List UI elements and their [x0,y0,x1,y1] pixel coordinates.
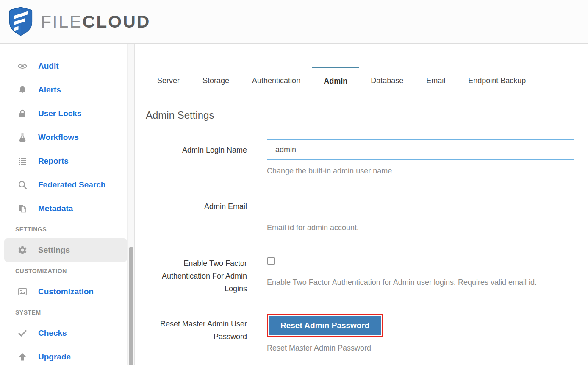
sidebar-item-alerts[interactable]: Alerts [4,78,127,102]
reset-password-label: Reset Master Admin User Password [146,314,247,343]
sidebar-scrollbar-thumb[interactable] [129,247,133,365]
admin-email-input[interactable] [267,196,574,216]
tab-email[interactable]: Email [415,67,457,94]
sidebar-item-label: Workflows [38,133,79,142]
wordmark-cloud: CLOUD [83,12,151,31]
admin-login-name-input[interactable] [267,139,574,160]
main-content: Server Storage Authentication Admin Data… [135,44,588,365]
sidebar-item-label: Audit [38,61,59,71]
form-row-admin-login-name: Admin Login Name Change the built-in adm… [146,139,588,177]
admin-login-name-label: Admin Login Name [146,139,247,156]
reset-admin-password-button[interactable]: Reset Admin Password [269,316,381,335]
sidebar-item-settings[interactable]: Settings [4,238,127,262]
admin-login-name-help: Change the built-in admin user name [267,165,574,177]
tab-storage[interactable]: Storage [191,67,241,94]
sidebar-section-customization: CUSTOMIZATION [0,262,127,280]
tab-server[interactable]: Server [146,67,191,94]
flask-icon [17,132,28,143]
sidebar-item-customization[interactable]: Customization [4,280,127,304]
settings-tab-bar: Server Storage Authentication Admin Data… [146,67,588,94]
sidebar-item-audit[interactable]: Audit [4,54,127,78]
filecloud-logo: FILECLOUD [8,6,150,38]
sidebar-section-settings: SETTINGS [0,220,127,238]
tab-admin[interactable]: Admin [312,67,359,96]
sidebar-item-label: Upgrade [38,352,71,362]
two-factor-label: Enable Two Factor Authentication For Adm… [146,257,247,295]
sidebar-item-label: Checks [38,329,67,338]
reset-password-help: Reset Master Admin Password [267,342,574,354]
list-icon [17,156,28,167]
check-icon [17,328,28,339]
admin-email-help: Email id for admin account. [267,222,574,234]
admin-email-label: Admin Email [146,196,247,213]
gear-icon [17,245,28,256]
annotation-highlight-box: Reset Admin Password [267,314,383,337]
sidebar-item-federated-search[interactable]: Federated Search [4,173,127,197]
sidebar-item-label: User Locks [38,109,81,118]
image-icon [17,286,28,297]
app-header: FILECLOUD [0,0,588,44]
sidebar-item-metadata[interactable]: Metadata [4,197,127,220]
filecloud-wordmark: FILECLOUD [41,13,150,31]
wordmark-file: FILE [41,12,83,31]
tab-authentication[interactable]: Authentication [241,67,312,94]
sidebar-item-label: Customization [38,287,94,296]
form-row-reset-password: Reset Master Admin User Password Reset A… [146,314,588,354]
lock-icon [17,108,28,119]
two-factor-help: Enable Two Factor Authentication for Adm… [267,276,574,288]
arrow-up-icon [17,351,28,362]
sidebar-item-label: Reports [38,156,69,166]
eye-icon [17,61,28,72]
filecloud-shield-icon [8,6,34,38]
bell-icon [17,84,28,95]
sidebar-item-checks[interactable]: Checks [4,321,127,345]
sidebar: Audit Alerts User Locks Workflows Report [0,44,135,365]
form-row-two-factor: Enable Two Factor Authentication For Adm… [146,257,588,295]
search-icon [17,179,28,190]
sidebar-section-system: SYSTEM [0,304,127,321]
two-factor-checkbox[interactable] [267,257,275,265]
sidebar-item-reports[interactable]: Reports [4,149,127,173]
sidebar-item-upgrade[interactable]: Upgrade [4,345,127,365]
sidebar-scrollbar-track[interactable] [127,44,135,365]
sidebar-nav: Audit Alerts User Locks Workflows Report [0,44,127,365]
sidebar-item-workflows[interactable]: Workflows [4,125,127,149]
copy-icon [17,203,28,214]
sidebar-item-user-locks[interactable]: User Locks [4,102,127,125]
sidebar-item-label: Settings [38,245,70,255]
page-title: Admin Settings [146,109,588,121]
sidebar-item-label: Federated Search [38,180,105,189]
form-row-admin-email: Admin Email Email id for admin account. [146,196,588,234]
tab-database[interactable]: Database [359,67,415,94]
sidebar-item-label: Alerts [38,85,61,95]
tab-endpoint-backup[interactable]: Endpoint Backup [457,67,537,94]
sidebar-item-label: Metadata [38,204,73,213]
